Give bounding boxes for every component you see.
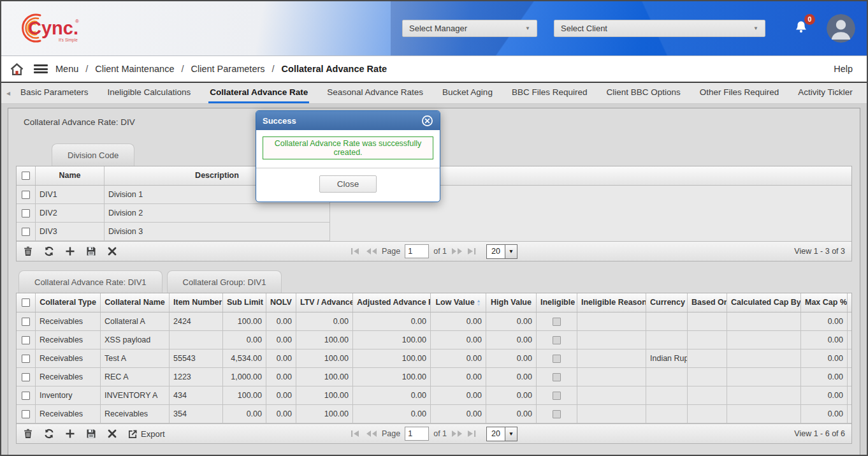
next-page-button[interactable] bbox=[451, 430, 463, 438]
first-page-button[interactable] bbox=[351, 247, 361, 255]
menu-toggle-icon[interactable] bbox=[34, 64, 48, 73]
tab-division-code[interactable]: Division Code bbox=[52, 143, 134, 166]
page-size-select[interactable]: 20 ▼ bbox=[486, 244, 517, 259]
collateral-col-ineligible[interactable]: Ineligible bbox=[537, 293, 577, 312]
tabs-scroll-left-icon[interactable]: ◂ bbox=[6, 89, 10, 98]
select-all-checkbox[interactable] bbox=[22, 298, 30, 307]
tab-other-files-required[interactable]: Other Files Required bbox=[698, 83, 781, 103]
collateral-col-based-on[interactable]: Based On bbox=[688, 293, 727, 312]
collateral-cell: 0.00 bbox=[486, 331, 537, 349]
delete-icon[interactable] bbox=[23, 429, 33, 439]
row-checkbox-cell[interactable] bbox=[17, 368, 36, 386]
delete-icon[interactable] bbox=[23, 246, 33, 256]
collateral-col-max-cap-[interactable]: Max Cap % bbox=[801, 293, 848, 312]
row-checkbox-cell[interactable] bbox=[17, 331, 36, 349]
row-checkbox-cell[interactable] bbox=[17, 386, 36, 404]
close-button[interactable]: Close bbox=[319, 175, 377, 193]
modal-close-button[interactable] bbox=[421, 115, 433, 127]
refresh-icon[interactable] bbox=[44, 246, 54, 256]
export-button[interactable]: Export bbox=[128, 429, 165, 439]
row-checkbox[interactable] bbox=[22, 392, 30, 400]
refresh-icon[interactable] bbox=[44, 429, 54, 439]
cancel-icon[interactable] bbox=[107, 429, 117, 439]
collateral-col-ltv-advance[interactable]: LTV / Advance bbox=[296, 293, 353, 312]
collateral-row[interactable]: InventoryINVENTORY A434100.000.00100.000… bbox=[17, 386, 851, 405]
first-page-button[interactable] bbox=[351, 430, 361, 438]
next-page-button[interactable] bbox=[451, 247, 463, 255]
row-checkbox-cell[interactable] bbox=[17, 349, 36, 367]
row-checkbox[interactable] bbox=[22, 336, 30, 344]
collateral-cell: Receivables bbox=[36, 331, 101, 349]
page-input[interactable] bbox=[405, 427, 429, 441]
collateral-col-currency[interactable]: Currency bbox=[646, 293, 688, 312]
cancel-icon[interactable] bbox=[107, 246, 117, 256]
division-row-div3[interactable]: DIV3Division 3 bbox=[17, 223, 851, 241]
row-checkbox[interactable] bbox=[22, 228, 30, 236]
tab-basic-parameters[interactable]: Basic Parameters bbox=[19, 83, 90, 103]
row-checkbox-cell[interactable] bbox=[17, 186, 36, 203]
tab-bucket-aging[interactable]: Bucket Aging bbox=[441, 83, 494, 103]
division-row-div2[interactable]: DIV2Division 2 bbox=[17, 204, 851, 223]
column-label: Currency bbox=[650, 298, 685, 307]
tab-activity-tickler[interactable]: Activity Tickler bbox=[797, 83, 854, 103]
page-size-select[interactable]: 20 ▼ bbox=[486, 427, 517, 441]
collateral-col-nolv[interactable]: NOLV bbox=[266, 293, 296, 312]
tab-bbc-files-required[interactable]: BBC Files Required bbox=[510, 83, 589, 103]
collateral-row[interactable]: ReceivablesREC A12231,000.000.00100.0010… bbox=[17, 368, 851, 386]
page-input[interactable] bbox=[405, 244, 429, 258]
ineligible-checkbox-cell bbox=[537, 368, 577, 386]
breadcrumb-client-maintenance[interactable]: Client Maintenance bbox=[95, 64, 174, 74]
add-icon[interactable] bbox=[65, 429, 75, 439]
row-checkbox-cell[interactable] bbox=[17, 313, 36, 330]
notifications-button[interactable]: 0 bbox=[793, 20, 809, 38]
collateral-col-calculated-cap-by[interactable]: Calculated Cap By bbox=[727, 293, 801, 312]
cync-logo[interactable]: Cync. ® It's Simple bbox=[19, 10, 115, 47]
tab-collateral-advance-rate[interactable]: Collateral Advance Rate bbox=[208, 83, 309, 103]
select-all-checkbox[interactable] bbox=[22, 172, 30, 180]
row-checkbox-cell[interactable] bbox=[17, 223, 36, 240]
collateral-col-adjusted-advance-rate[interactable]: Adjusted Advance Rate bbox=[353, 293, 431, 312]
collateral-row[interactable]: ReceivablesXSS payload0.000.00100.00100.… bbox=[17, 331, 851, 349]
prev-page-button[interactable] bbox=[366, 430, 377, 438]
row-checkbox[interactable] bbox=[22, 318, 30, 326]
collateral-row[interactable]: ReceivablesTest A555434,534.000.00100.00… bbox=[17, 349, 851, 368]
user-avatar[interactable] bbox=[827, 14, 855, 43]
row-checkbox[interactable] bbox=[22, 410, 30, 418]
tab-collateral-advance-rate[interactable]: Collateral Advance Rate: DIV1 bbox=[18, 270, 163, 293]
tab-seasonal-advance-rates[interactable]: Seasonal Advance Rates bbox=[326, 83, 424, 103]
collateral-row[interactable]: ReceivablesCollateral A2424100.000.000.0… bbox=[17, 313, 851, 331]
collateral-row[interactable]: ReceivablesReceivables3540.000.00100.000… bbox=[17, 405, 851, 423]
select-manager-dropdown[interactable]: Select Manager ▼ bbox=[402, 20, 537, 37]
tab-ineligible-calculations[interactable]: Ineligible Calculations bbox=[106, 83, 192, 103]
collateral-col-collateral-name[interactable]: Collateral Name bbox=[101, 293, 170, 312]
collateral-col-item-number[interactable]: Item Number bbox=[170, 293, 223, 312]
tab-client-bbc-options[interactable]: Client BBC Options bbox=[605, 83, 681, 103]
view-status: View 1 - 6 of 6 bbox=[794, 429, 845, 438]
collateral-col-ineligible-reason[interactable]: Ineligible Reason bbox=[577, 293, 646, 312]
modal-title: Success bbox=[263, 116, 296, 126]
row-checkbox-cell[interactable] bbox=[17, 204, 36, 222]
collateral-col-low-value[interactable]: Low Value▲▼ bbox=[431, 293, 486, 312]
collateral-col-sub-limit[interactable]: Sub Limit bbox=[223, 293, 266, 312]
breadcrumb-client-parameters[interactable]: Client Parameters bbox=[191, 64, 264, 74]
select-client-dropdown[interactable]: Select Client ▼ bbox=[554, 20, 765, 37]
row-checkbox[interactable] bbox=[22, 209, 30, 217]
help-link[interactable]: Help bbox=[834, 64, 853, 74]
prev-page-button[interactable] bbox=[366, 247, 377, 255]
row-checkbox[interactable] bbox=[22, 373, 30, 381]
tab-collateral-group[interactable]: Collateral Group: DIV1 bbox=[167, 270, 282, 293]
row-checkbox[interactable] bbox=[22, 355, 30, 363]
last-page-button[interactable] bbox=[467, 247, 478, 255]
save-icon[interactable] bbox=[86, 246, 96, 256]
home-icon[interactable] bbox=[10, 63, 24, 75]
last-page-button[interactable] bbox=[467, 430, 478, 438]
add-icon[interactable] bbox=[65, 246, 75, 256]
collateral-col-collateral-type[interactable]: Collateral Type bbox=[36, 293, 101, 312]
breadcrumb-menu[interactable]: Menu bbox=[55, 64, 78, 74]
row-checkbox-cell[interactable] bbox=[17, 405, 36, 423]
division-col-name[interactable]: Name bbox=[36, 166, 105, 185]
collateral-cell: Test A bbox=[101, 349, 170, 367]
collateral-col-high-value[interactable]: High Value bbox=[486, 293, 537, 312]
save-icon[interactable] bbox=[86, 429, 96, 439]
row-checkbox[interactable] bbox=[22, 191, 30, 199]
